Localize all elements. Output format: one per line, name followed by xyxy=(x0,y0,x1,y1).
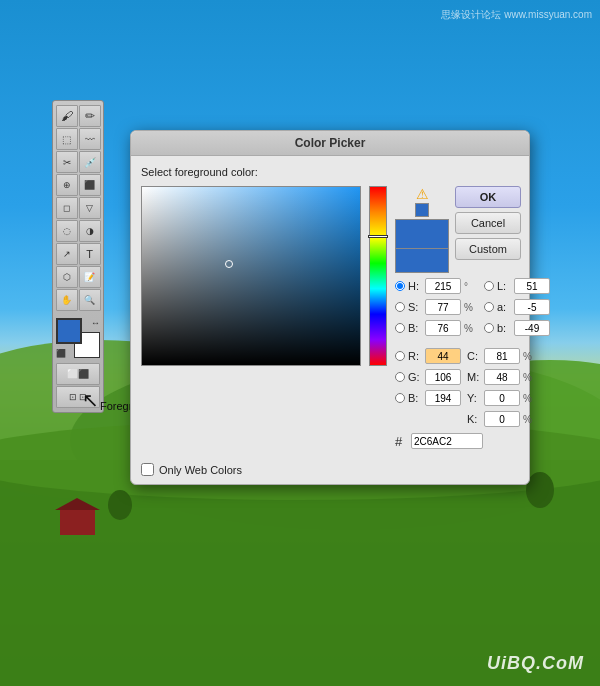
y-unit: % xyxy=(523,393,537,404)
web-colors-label: Only Web Colors xyxy=(159,464,242,476)
rblue-field-row: B: xyxy=(395,389,461,407)
b2-radio[interactable] xyxy=(484,323,494,333)
watermark-top: 思缘设计论坛 www.missyuan.com xyxy=(441,8,592,22)
arrow-icon: ↖ xyxy=(82,388,99,412)
rgb-fields: R: G: B: xyxy=(395,347,461,428)
b-field-row: B: % xyxy=(395,319,478,337)
rblue-label: B: xyxy=(408,392,422,404)
k-field-row: K: % xyxy=(467,410,537,428)
tool-lasso[interactable]: 〰 xyxy=(79,128,101,150)
m-label: M: xyxy=(467,371,481,383)
hex-input[interactable] xyxy=(411,433,483,449)
s-label: S: xyxy=(408,301,422,313)
y-field-row: Y: % xyxy=(467,389,537,407)
h-radio[interactable] xyxy=(395,281,405,291)
m-field-row: M: % xyxy=(467,368,537,386)
tool-blur[interactable]: ◌ xyxy=(56,220,78,242)
cancel-button[interactable]: Cancel xyxy=(455,212,521,234)
tool-fill[interactable]: ▽ xyxy=(79,197,101,219)
r-input[interactable] xyxy=(425,348,461,364)
fg-bg-area: ↔ ⬛ xyxy=(56,318,100,358)
color-gradient-picker[interactable] xyxy=(141,186,361,366)
tool-eraser[interactable]: ◻ xyxy=(56,197,78,219)
rblue-radio[interactable] xyxy=(395,393,405,403)
m-input[interactable] xyxy=(484,369,520,385)
m-unit: % xyxy=(523,372,537,383)
lab-fields: L: a: b: xyxy=(484,277,550,337)
tool-stamp[interactable]: ⬛ xyxy=(79,174,101,196)
l-input[interactable] xyxy=(514,278,550,294)
c-label: C: xyxy=(467,350,481,362)
color-preview-new xyxy=(395,219,449,249)
r-field-row: R: xyxy=(395,347,461,365)
color-gradient-cursor xyxy=(225,260,233,268)
web-colors-row: Only Web Colors xyxy=(141,463,519,476)
tool-zoom[interactable]: 🔍 xyxy=(79,289,101,311)
c-field-row: C: % xyxy=(467,347,537,365)
a-label: a: xyxy=(497,301,511,313)
dialog-main: ⚠ OK Cancel Custom xyxy=(141,186,519,449)
b-radio[interactable] xyxy=(395,323,405,333)
hex-row: # xyxy=(395,433,550,449)
c-unit: % xyxy=(523,351,537,362)
a-field-row: a: xyxy=(484,298,550,316)
y-input[interactable] xyxy=(484,390,520,406)
color-picker-dialog: Color Picker Select foreground color: xyxy=(130,130,530,485)
hue-slider[interactable] xyxy=(369,186,387,366)
tool-path[interactable]: ↗ xyxy=(56,243,78,265)
k-input[interactable] xyxy=(484,411,520,427)
tool-crop[interactable]: ✂ xyxy=(56,151,78,173)
tool-shape[interactable]: ⬡ xyxy=(56,266,78,288)
g-radio[interactable] xyxy=(395,372,405,382)
web-safe-color-box[interactable] xyxy=(415,203,429,217)
tool-text[interactable]: T xyxy=(79,243,101,265)
dialog-title: Color Picker xyxy=(295,136,366,150)
h-input[interactable] xyxy=(425,278,461,294)
s-input[interactable] xyxy=(425,299,461,315)
foreground-color-box[interactable] xyxy=(56,318,82,344)
b-label: B: xyxy=(408,322,422,334)
h-field-row: H: ° xyxy=(395,277,478,295)
custom-button[interactable]: Custom xyxy=(455,238,521,260)
l-radio[interactable] xyxy=(484,281,494,291)
dialog-footer: Only Web Colors xyxy=(131,463,529,484)
ok-button[interactable]: OK xyxy=(455,186,521,208)
default-colors-icon[interactable]: ⬛ xyxy=(56,349,66,358)
tool-mask-mode[interactable]: ⬜⬛ xyxy=(56,363,100,385)
hsb-fields: H: ° S: % xyxy=(395,277,478,337)
tool-heal[interactable]: ⊕ xyxy=(56,174,78,196)
tool-hand[interactable]: ✋ xyxy=(56,289,78,311)
color-preview-old xyxy=(395,249,449,273)
tool-pencil[interactable]: ✏ xyxy=(79,105,101,127)
tool-brush[interactable]: 🖌 xyxy=(56,105,78,127)
r-radio[interactable] xyxy=(395,351,405,361)
tool-notes[interactable]: 📝 xyxy=(79,266,101,288)
l-label: L: xyxy=(497,280,511,292)
h-label: H: xyxy=(408,280,422,292)
tool-dodge[interactable]: ◑ xyxy=(79,220,101,242)
warning-icon: ⚠ xyxy=(416,186,429,202)
dialog-titlebar: Color Picker xyxy=(131,131,529,156)
g-input[interactable] xyxy=(425,369,461,385)
h-unit: ° xyxy=(464,281,478,292)
s-unit: % xyxy=(464,302,478,313)
c-input[interactable] xyxy=(484,348,520,364)
watermark-bottom: UiBQ.CoM xyxy=(487,653,584,674)
b2-input[interactable] xyxy=(514,320,550,336)
a-radio[interactable] xyxy=(484,302,494,312)
tool-select-rect[interactable]: ⬚ xyxy=(56,128,78,150)
dialog-body: Select foreground color: ⚠ xyxy=(131,156,529,459)
s-radio[interactable] xyxy=(395,302,405,312)
g-label: G: xyxy=(408,371,422,383)
y-label: Y: xyxy=(467,392,481,404)
b2-label: b: xyxy=(497,322,511,334)
a-input[interactable] xyxy=(514,299,550,315)
rblue-input[interactable] xyxy=(425,390,461,406)
b-unit: % xyxy=(464,323,478,334)
web-colors-checkbox[interactable] xyxy=(141,463,154,476)
tool-eyedropper[interactable]: 💉 xyxy=(79,151,101,173)
l-field-row: L: xyxy=(484,277,550,295)
b2-field-row: b: xyxy=(484,319,550,337)
b-input[interactable] xyxy=(425,320,461,336)
swap-colors-icon[interactable]: ↔ xyxy=(91,318,100,328)
